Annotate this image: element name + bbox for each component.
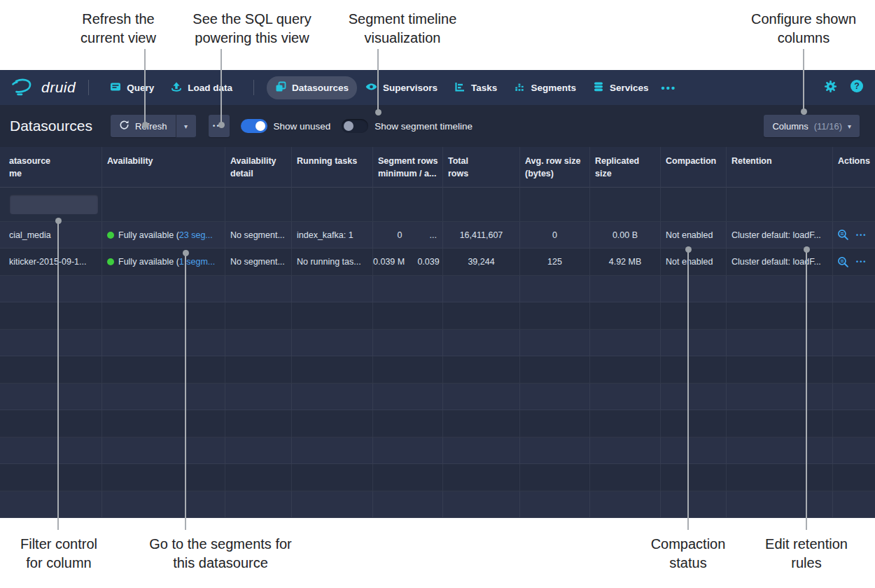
nav-label: Services <box>610 83 649 93</box>
column-header-datasource-name[interactable]: atasourceme <box>0 147 102 188</box>
empty-cell <box>373 491 443 518</box>
availability-text: Fully available ( <box>118 257 179 267</box>
show-segment-timeline-toggle-group: Show segment timeline <box>342 119 472 133</box>
column-header-availability[interactable]: Availability <box>102 147 225 188</box>
nav-item-segments[interactable]: Segments <box>505 76 584 99</box>
empty-cell <box>373 464 443 491</box>
nav-item-datasources[interactable]: Datasources <box>267 76 357 99</box>
cell-replicated-size: 0.00 B <box>590 222 661 248</box>
columns-button[interactable]: Columns (11/16) ▾ <box>764 115 860 137</box>
column-header-availability-detail[interactable]: Availabilitydetail <box>225 147 292 188</box>
nav-item-services[interactable]: Services <box>584 76 657 99</box>
svg-text:?: ? <box>854 81 860 91</box>
empty-cell <box>102 302 225 329</box>
show-unused-toggle[interactable] <box>241 119 267 133</box>
empty-cell <box>292 491 373 518</box>
empty-cell <box>292 330 373 356</box>
empty-cell <box>590 491 661 518</box>
empty-cell <box>590 438 661 464</box>
filter-cell-segment-rows <box>373 188 443 222</box>
nav-item-supervisors[interactable]: Supervisors <box>357 76 446 99</box>
empty-cell <box>292 384 373 410</box>
empty-cell <box>373 356 443 383</box>
empty-cell <box>102 438 225 464</box>
datasources-icon <box>275 81 286 94</box>
pointer-line <box>377 49 379 112</box>
empty-cell <box>443 438 520 464</box>
empty-cell <box>292 276 373 302</box>
refresh-dropdown-caret[interactable]: ▾ <box>176 115 196 137</box>
empty-cell <box>443 302 520 329</box>
empty-cell <box>225 276 292 302</box>
magnifier-icon[interactable] <box>837 256 849 268</box>
filter-cell-total-rows <box>443 188 520 222</box>
empty-cell <box>102 356 225 383</box>
help-icon[interactable]: ? <box>850 79 864 96</box>
screenshot-root: druid Query Load data Datasou <box>0 0 875 588</box>
empty-cell <box>225 356 292 383</box>
column-header-avg-row-size[interactable]: Avg. row size(bytes) <box>520 147 590 188</box>
datasource-filter-input[interactable] <box>10 195 98 214</box>
magnifier-icon[interactable] <box>837 229 849 241</box>
upload-icon <box>171 81 182 94</box>
nav-item-query[interactable]: Query <box>102 76 162 99</box>
row-more-actions-button[interactable]: ••• <box>856 258 867 265</box>
columns-label: Columns <box>772 121 808 132</box>
column-header-segment-rows[interactable]: Segment rowsminimum / a... <box>373 147 443 188</box>
row-more-actions-button[interactable]: ••• <box>856 232 867 239</box>
pointer-line <box>144 49 146 125</box>
segments-link[interactable]: 23 seg... <box>179 230 213 240</box>
empty-cell <box>0 384 102 410</box>
gantt-icon <box>454 81 465 94</box>
cell-avg-row-size: 0 <box>520 222 590 248</box>
nav-more-button[interactable]: ••• <box>657 82 680 94</box>
cell-segment-rows: 0.039 M0.039 <box>373 248 443 275</box>
empty-cell <box>590 302 661 329</box>
empty-cell <box>373 410 443 437</box>
empty-cell <box>727 491 833 518</box>
annotation-segment-timeline: Segment timelinevisualization <box>349 10 457 48</box>
filter-cell-replicated-size <box>590 188 661 222</box>
show-segment-timeline-toggle[interactable] <box>342 119 368 133</box>
druid-logo[interactable]: druid <box>11 77 76 99</box>
empty-cell <box>0 330 102 356</box>
filter-cell-compaction <box>661 188 727 222</box>
cell-compaction: Not enabled <box>661 222 727 248</box>
empty-cell <box>661 410 727 437</box>
empty-cell <box>833 302 875 329</box>
column-header-compaction[interactable]: Compaction <box>661 147 727 188</box>
empty-cell <box>443 276 520 302</box>
nav-label: Datasources <box>292 83 349 93</box>
cell-retention: Cluster default: loadF... <box>727 222 833 248</box>
empty-cell <box>590 410 661 437</box>
empty-cell <box>661 356 727 383</box>
empty-cell <box>102 410 225 437</box>
column-header-total-rows[interactable]: Totalrows <box>443 147 520 188</box>
nav-item-tasks[interactable]: Tasks <box>446 76 505 99</box>
column-header-replicated-size[interactable]: Replicatedsize <box>590 147 661 188</box>
column-header-retention[interactable]: Retention <box>727 147 833 188</box>
column-header-running-tasks[interactable]: Running tasks <box>292 147 373 188</box>
empty-cell <box>225 330 292 356</box>
nav-item-load-data[interactable]: Load data <box>162 76 241 99</box>
empty-cell <box>520 384 590 410</box>
filter-cell-avg-row-size <box>520 188 590 222</box>
empty-cell <box>292 302 373 329</box>
filter-cell-actions <box>833 188 875 222</box>
empty-cell <box>102 384 225 410</box>
nav-label: Load data <box>188 83 232 93</box>
empty-cell <box>102 491 225 518</box>
empty-cell <box>373 302 443 329</box>
empty-cell <box>590 276 661 302</box>
filter-cell-datasource-name <box>0 188 102 222</box>
empty-cell <box>520 356 590 383</box>
pointer-dot <box>801 108 807 115</box>
cell-running-tasks: index_kafka: 1 <box>292 222 373 248</box>
database-icon <box>593 81 604 94</box>
empty-cell <box>661 438 727 464</box>
stacked-bars-icon <box>514 81 525 94</box>
empty-cell <box>0 356 102 383</box>
gear-icon[interactable] <box>824 80 837 96</box>
cell-datasource-name: cial_media <box>0 222 102 248</box>
column-header-actions[interactable]: Actions <box>833 147 875 188</box>
